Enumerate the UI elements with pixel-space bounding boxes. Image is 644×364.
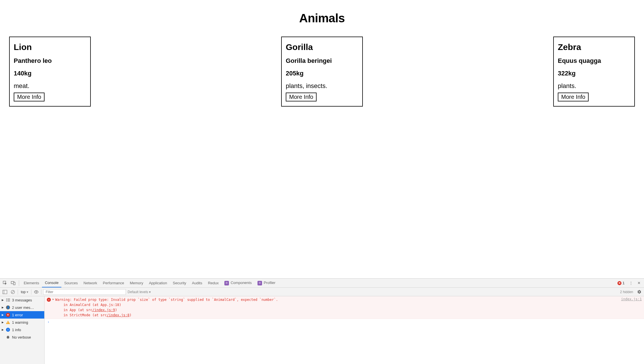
animal-card: Gorilla Gorilla beringei 205kg plants, i… <box>281 37 363 107</box>
more-info-button[interactable]: More Info <box>558 93 589 101</box>
animal-card: Zebra Equus quagga 322kg plants. More In… <box>553 37 635 107</box>
animal-weight: 322kg <box>558 70 630 77</box>
animal-diet: meat. <box>14 82 86 90</box>
more-info-button[interactable]: More Info <box>286 93 317 101</box>
animal-name: Gorilla <box>286 42 358 52</box>
animal-weight: 205kg <box>286 70 358 77</box>
animal-diet: plants, insects. <box>286 82 358 90</box>
page-title: Animals <box>9 11 635 25</box>
animal-latin: Equus quagga <box>558 57 630 65</box>
more-info-button[interactable]: More Info <box>14 93 45 101</box>
app-content: Animals Lion Panthero leo 140kg meat. Mo… <box>0 0 644 112</box>
cards-container: Lion Panthero leo 140kg meat. More Info … <box>9 37 635 107</box>
animal-weight: 140kg <box>14 70 86 77</box>
animal-card: Lion Panthero leo 140kg meat. More Info <box>9 37 91 107</box>
animal-diet: plants. <box>558 82 630 90</box>
animal-name: Zebra <box>558 42 630 52</box>
animal-name: Lion <box>14 42 86 52</box>
animal-latin: Gorilla beringei <box>286 57 358 65</box>
animal-latin: Panthero leo <box>14 57 86 65</box>
